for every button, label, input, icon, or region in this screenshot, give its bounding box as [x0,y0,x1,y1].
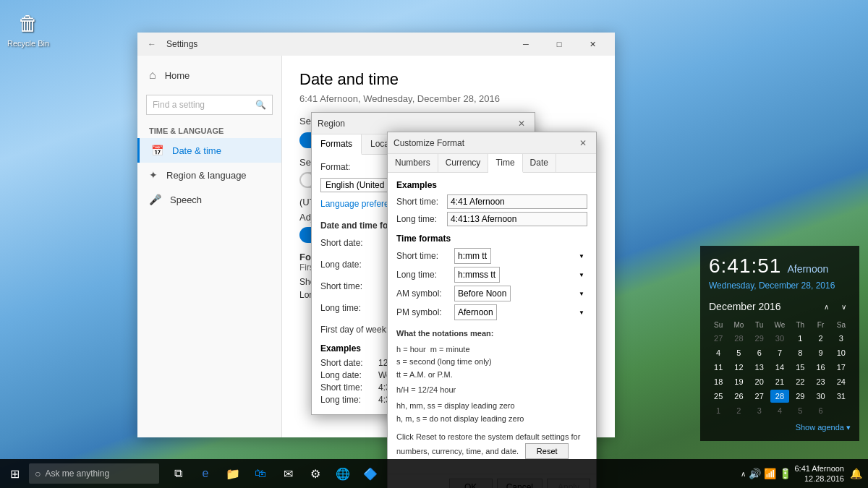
am-symbol-select[interactable]: Before Noon [454,286,511,301]
short-time-format-select[interactable]: h:mm tt [454,248,491,264]
long-time-format-select[interactable]: h:mmss tt [454,267,500,283]
taskbar-date: 12.28.2016 [804,474,844,484]
calendar-month-year: December 2016 [709,301,781,312]
back-button[interactable]: ← [143,35,161,53]
cal-day[interactable]: 14 [770,361,789,374]
clock-date: Wednesday, December 28, 2016 [709,281,851,291]
customize-close[interactable]: ✕ [576,136,590,150]
start-button[interactable]: ⊞ [0,459,29,488]
cal-day[interactable]: 4 [770,404,789,417]
notation-line-4: h/H = 12/24 hour [396,384,587,397]
speaker-icon[interactable]: 🔊 [749,468,761,479]
reset-button[interactable]: Reset [525,443,569,459]
calendar-nav: ∧ ∨ [819,299,851,314]
cal-day[interactable]: 19 [729,375,748,388]
cal-day[interactable]: 11 [709,361,728,374]
sidebar-item-speech[interactable]: 🎤 Speech [137,187,281,212]
region-dialog-close[interactable]: ✕ [514,116,529,131]
cal-day[interactable]: 10 [832,346,851,359]
mail-badge-icon: ✉ [284,467,293,481]
cal-day[interactable]: 17 [832,361,851,374]
cal-day[interactable]: 4 [709,346,728,359]
cal-day[interactable]: 18 [709,375,728,388]
cal-day[interactable]: 15 [791,361,809,374]
calendar-prev-button[interactable]: ∧ [819,299,833,314]
file-explorer-icon[interactable]: 📁 [220,459,246,488]
settings-icon[interactable]: ⚙ [302,459,328,488]
cal-day[interactable]: 28 [729,332,748,345]
cal-day[interactable]: 26 [729,390,748,403]
cal-day[interactable]: 29 [750,332,769,345]
cal-day-today[interactable]: 28 [770,390,789,403]
ex-short-time-row: Short time: 4:41 Afernoon [396,194,587,209]
cal-day[interactable]: 21 [770,375,789,388]
cal-day[interactable]: 16 [811,361,830,374]
mail-icon[interactable]: ✉ [275,459,301,488]
edge-browser-icon[interactable]: e [192,459,218,488]
minimize-button[interactable]: ─ [509,33,542,56]
task-view-button[interactable]: ⧉ [165,459,191,488]
cal-day[interactable]: 6 [750,346,769,359]
cal-day[interactable]: 7 [770,346,789,359]
taskbar-search[interactable]: ○ Ask me anything [29,463,159,484]
sidebar-item-date-time[interactable]: 📅 Date & time [137,138,281,163]
cal-day[interactable]: 30 [770,332,789,345]
cal-day[interactable]: 2 [729,404,748,417]
cal-day[interactable]: 6 [811,404,830,417]
short-date-label: Short date: [320,238,393,248]
battery-icon[interactable]: 🔋 [779,468,791,479]
cal-header-su: Su [709,320,728,330]
am-symbol-label: AM symbol: [396,288,454,299]
store-icon[interactable]: 🛍 [247,459,273,488]
maximize-button[interactable]: □ [542,33,576,56]
show-agenda-link[interactable]: Show agenda ▾ [709,423,851,432]
cal-day[interactable]: 5 [791,404,809,417]
customize-tab-time[interactable]: Time [488,154,522,173]
cal-day[interactable]: 22 [791,375,809,388]
cal-day[interactable]: 3 [750,404,769,417]
recycle-bin-label: Recycle Bin [7,39,49,48]
chevron-up-icon[interactable]: ∧ [741,470,746,478]
cal-day[interactable]: 8 [791,346,809,359]
app-icon-1[interactable]: 🌐 [330,459,356,488]
sidebar-home[interactable]: ⌂ Home [137,61,281,89]
task-view-icon: ⧉ [174,467,182,480]
sidebar-section-label: Time & language [137,121,281,138]
cal-day[interactable]: 12 [729,361,748,374]
sidebar-item-region[interactable]: ✦ Region & language [137,163,281,187]
recycle-bin-icon: 🗑 [14,7,43,39]
pm-symbol-select[interactable]: Afernoon [454,304,497,320]
cal-day[interactable]: 1 [709,404,728,417]
cal-day[interactable]: 23 [811,375,830,388]
customize-tab-currency[interactable]: Currency [438,154,489,172]
taskbar-clock[interactable]: 6:41 Afernoon 12.28.2016 [794,463,847,484]
cal-day[interactable]: 25 [709,390,728,403]
titlebar-left: ← Settings [143,35,197,53]
cal-day[interactable]: 5 [729,346,748,359]
region-tab-formats[interactable]: Formats [312,134,362,155]
calendar-header: December 2016 ∧ ∨ [709,299,851,314]
close-button[interactable]: ✕ [576,33,609,56]
customize-tab-date[interactable]: Date [523,154,556,172]
time-formats-section: Time formats Short time: h:mm tt ▼ Long … [396,234,587,320]
cal-day[interactable]: 29 [791,390,809,403]
cal-day[interactable]: 27 [750,390,769,403]
cal-day[interactable]: 20 [750,375,769,388]
app-icon-2[interactable]: 🔷 [357,459,383,488]
cal-day[interactable]: 1 [791,332,809,345]
settings-search[interactable]: Find a setting 🔍 [146,95,273,115]
search-label: Ask me anything [45,468,109,479]
cal-day[interactable]: 24 [832,375,851,388]
customize-tab-numbers[interactable]: Numbers [388,154,438,172]
cal-day[interactable]: 2 [811,332,830,345]
cal-day[interactable]: 13 [750,361,769,374]
cal-day[interactable]: 9 [811,346,830,359]
cal-day[interactable]: 3 [832,332,851,345]
network-icon[interactable]: 📶 [764,468,776,479]
calendar-next-button[interactable]: ∨ [836,299,851,314]
cal-day[interactable]: 30 [811,390,830,403]
cal-day[interactable]: 27 [709,332,728,345]
recycle-bin[interactable]: 🗑 Recycle Bin [7,7,49,48]
cal-day[interactable]: 31 [832,390,851,403]
notification-icon[interactable]: 🔔 [850,468,862,479]
